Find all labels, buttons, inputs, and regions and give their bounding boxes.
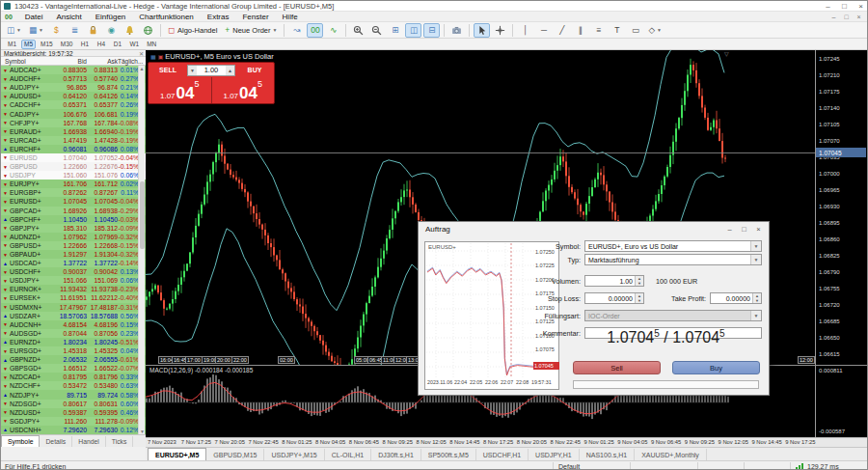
chevron-down-icon[interactable]: ▼ [750, 255, 761, 264]
menu-item-fenster[interactable]: Fenster [235, 13, 275, 21]
chart-tab[interactable]: NAS100.s,H1 [580, 449, 635, 460]
close-icon[interactable]: × [853, 14, 865, 20]
arrange-horizontal-button[interactable]: ◫ [405, 23, 421, 38]
volume-down-icon[interactable]: ▼ [188, 66, 197, 75]
timeframe-m5[interactable]: M5 [21, 40, 36, 49]
volume-value[interactable]: 1.00 [197, 66, 226, 74]
table-row[interactable]: ▼NZDCHF+0.534720.534800.63% [1, 381, 146, 390]
tile-windows-button[interactable]: ⊞ [387, 23, 403, 38]
maximize-icon[interactable]: □ [836, 2, 853, 11]
close-icon[interactable]: × [751, 225, 766, 234]
table-row[interactable]: ▼CADCHF+0.653710.653770.26% [1, 100, 146, 109]
crosshair-button[interactable] [492, 23, 508, 38]
table-row[interactable]: ▼EURGBP+0.872620.872670.11% [1, 188, 146, 197]
column-header-tglich[interactable]: Täglich... [118, 58, 143, 65]
table-row[interactable]: ▼EURAUD+1.669381.66940-0.19% [1, 127, 146, 136]
chart-shift-marker[interactable]: ▽ [724, 50, 729, 57]
sell-price[interactable]: 1.07 04 5 [149, 77, 211, 103]
menu-item-ansicht[interactable]: Ansicht [49, 13, 88, 21]
scrollbar[interactable]: ▲▼ [138, 66, 145, 434]
chevron-down-icon[interactable]: ▼ [750, 241, 761, 251]
tab-details[interactable]: Details [40, 436, 72, 447]
table-row[interactable]: ▼NZDUSD+0.593870.593950.46% [1, 408, 146, 417]
order-dialog-titlebar[interactable]: Auftrag –□× [419, 222, 769, 236]
table-row[interactable]: ▼EURSGD+1.453181.453250.04% [1, 346, 146, 355]
table-row[interactable]: ▲NZDJPY+89.71589.7240.58% [1, 390, 146, 399]
maximize-icon[interactable]: □ [737, 225, 751, 234]
table-row[interactable]: ▼GBPAUD+1.912971.91304-0.32% [1, 250, 146, 259]
market-watch-toggle[interactable]: $ [48, 23, 65, 38]
shapes-button[interactable]: ◇▼ [645, 23, 665, 38]
timeframe-w1[interactable]: W1 [126, 40, 142, 49]
chart-tab[interactable]: USDJPY,H1 [529, 449, 580, 460]
take-profit-field[interactable]: 0.00000 ▲▼ [710, 292, 762, 304]
chart-tab[interactable]: CL-OIL,H1 [325, 449, 371, 460]
fibonacci-button[interactable]: ≡ [590, 23, 607, 38]
timeframe-mn[interactable]: MN [144, 40, 159, 49]
table-row[interactable]: ▼AUDCNH+4.681544.681960.15% [1, 320, 146, 329]
trendline-button[interactable]: ╱ [554, 23, 570, 38]
table-row[interactable]: ▼GBPUSD1.226601.22676-0.15% [1, 162, 146, 171]
table-row[interactable]: ▼AUDNZD+1.079621.07969-0.32% [1, 233, 146, 241]
table-row[interactable]: ▼GBPJPY+185.310185.312-0.09% [1, 224, 146, 233]
table-row[interactable]: ▼EURCAD+1.474191.47428-0.19% [1, 136, 146, 145]
channel-button[interactable]: ∥ [572, 23, 588, 38]
chart-tab[interactable]: GBPUSD,M15 [206, 449, 264, 460]
menu-item-einfügen[interactable]: Einfügen [89, 13, 133, 21]
buy-price[interactable]: 1.07 04 5 [212, 77, 275, 103]
minimize-icon[interactable]: – [827, 14, 840, 20]
vertical-line-button[interactable]: │ [517, 23, 533, 38]
table-row[interactable]: ▼NZDSGD+0.806170.806310.60% [1, 400, 146, 408]
menu-item-extras[interactable]: Extras [201, 13, 236, 21]
chart-tab[interactable]: SP500ft.s,M5 [421, 449, 476, 460]
timeframe-m15[interactable]: M15 [38, 40, 56, 49]
buy-button[interactable]: BUY [235, 67, 274, 73]
lock-button[interactable] [85, 23, 101, 38]
text-button[interactable]: T [609, 23, 625, 38]
close-icon[interactable]: × [853, 2, 868, 11]
timeframe-m30[interactable]: M30 [58, 40, 76, 49]
quotes-button[interactable]: 00 [307, 23, 323, 38]
order-type-select[interactable]: Marktausführung▼ [584, 254, 762, 265]
menu-item-datei[interactable]: Datei [18, 13, 50, 21]
table-row[interactable]: ▲USDZAR+18.5706318.576880.56% [1, 312, 146, 320]
table-row[interactable]: ▼GBPSGD+1.665121.66522-0.07% [1, 364, 146, 373]
tab-ticks[interactable]: Ticks [106, 436, 134, 447]
table-row[interactable]: ▼NZDCAD+0.817950.817960.33% [1, 373, 146, 381]
data-window-toggle[interactable]: ≣ [67, 23, 83, 38]
zoom-in-button[interactable] [350, 23, 366, 38]
volume-up-icon[interactable]: ▲ [226, 66, 234, 75]
volume-field[interactable]: 1.00 ▲▼ [584, 275, 644, 287]
symbol-select[interactable]: EURUSD+, Euro vs US Dollar▼ [584, 240, 762, 252]
rectangle-button[interactable]: ▭ [627, 23, 643, 38]
chart-tab[interactable]: USDCHF,H1 [476, 449, 529, 460]
table-row[interactable]: ▼AUDJPY+96.86596.8740.21% [1, 83, 146, 92]
sell-button[interactable]: Sell [573, 361, 661, 374]
web-terminal-button[interactable] [140, 23, 156, 38]
tab-handel[interactable]: Handel [72, 436, 106, 447]
maximize-icon[interactable]: □ [840, 14, 853, 20]
table-row[interactable]: ▼EURSEK+11.6195111.62212-0.40% [1, 293, 146, 302]
volume-stepper[interactable]: ▼ 1.00 ▲ [187, 65, 235, 76]
table-row[interactable]: ▼USDJPY+151.066151.0690.06% [1, 276, 146, 285]
chart-tab[interactable]: DJ30ft.s,H1 [371, 449, 421, 460]
chart-tab[interactable]: XAUUSD+,Monthly [635, 449, 707, 460]
cursor-button[interactable] [474, 23, 490, 38]
buy-button[interactable]: Buy [672, 361, 760, 374]
table-row[interactable]: ▼EURUSD1.070401.07052-0.04% [1, 153, 146, 162]
signal-button[interactable]: ◉ [103, 23, 120, 38]
algo-trading-button[interactable]: ◻Algo-Handel [165, 23, 220, 38]
chart-tab[interactable]: USDJPY+,M15 [264, 449, 324, 460]
scrollbar-thumb[interactable] [140, 181, 145, 249]
table-row[interactable]: ▼AUDCAD+0.883050.883130.01% [1, 66, 146, 74]
table-row[interactable]: ▲USDCNH+7.296207.296300.12% [1, 426, 146, 434]
table-row[interactable]: ▲GBPCHF+1.104501.10450-0.03% [1, 215, 146, 224]
menu-item-chartfunktionen[interactable]: Chartfunktionen [132, 13, 200, 21]
table-row[interactable]: ▼EURNOK+11.9343211.93738-0.23% [1, 285, 146, 293]
table-row[interactable]: ▼USDMXN+17.4796717.48187-0.31% [1, 303, 146, 312]
minimize-icon[interactable]: – [722, 225, 737, 234]
chart-tab[interactable]: EURUSD+,M5 [148, 448, 206, 460]
tab-symbole[interactable]: Symbole [1, 435, 40, 447]
sell-button[interactable]: SELL [149, 67, 187, 73]
minimize-icon[interactable]: – [820, 2, 836, 11]
